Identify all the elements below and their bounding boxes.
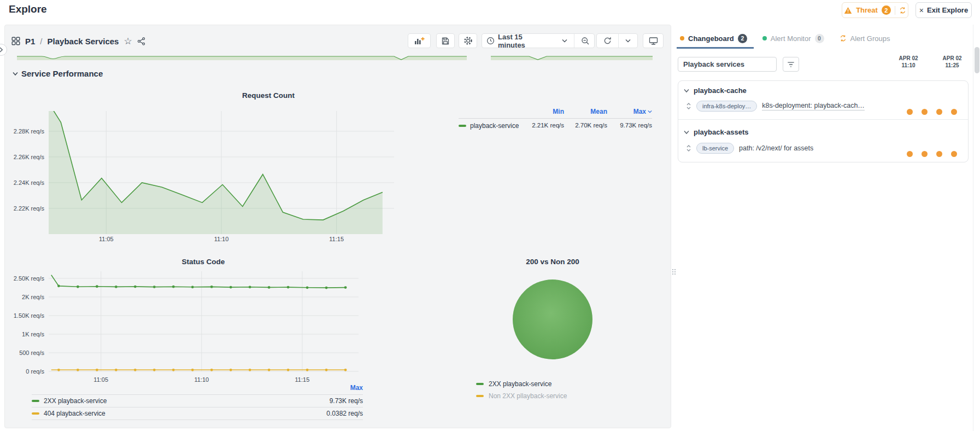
svg-text:2.24K req/s: 2.24K req/s	[14, 179, 45, 186]
legend-header-mean[interactable]: Mean	[564, 108, 607, 119]
group-playback-assets[interactable]: playback-assets	[684, 128, 748, 136]
series-swatch	[32, 412, 39, 415]
legend-row[interactable]: 2XX playback-service 9.73K req/s	[32, 394, 363, 407]
cutoff-chart-strip	[17, 55, 467, 60]
svg-text:1K req/s: 1K req/s	[22, 331, 44, 337]
svg-text:11:05: 11:05	[93, 376, 108, 383]
legend-min-value: 2.21K req/s	[525, 119, 564, 130]
legend-row[interactable]: 404 playback-service 0.0382 req/s	[32, 407, 363, 420]
chevron-right-icon	[0, 47, 3, 53]
search-input[interactable]	[678, 57, 777, 72]
svg-text:11:15: 11:15	[295, 376, 310, 383]
svg-text:500 req/s: 500 req/s	[19, 350, 44, 356]
share-icon[interactable]	[137, 37, 145, 45]
series-swatch	[476, 383, 484, 385]
status-code-chart[interactable]: 11:0511:1011:150 req/s500 req/s1K req/s1…	[5, 269, 377, 389]
legend-header-spacer	[459, 108, 525, 119]
legend-header-min[interactable]: Min	[525, 108, 564, 119]
legend-row[interactable]: 2XX playback-service	[476, 380, 567, 388]
add-chart-button[interactable]	[408, 33, 431, 48]
svg-text:2K req/s: 2K req/s	[22, 294, 44, 300]
time-column-header: APR 02 11:25	[937, 55, 967, 69]
svg-text:11:05: 11:05	[99, 236, 114, 242]
request-count-chart[interactable]: 11:0511:1011:152.22K req/s2.24K req/s2.2…	[5, 104, 420, 247]
change-description[interactable]: path: /v2/next/ for assets	[739, 144, 813, 152]
star-icon[interactable]: ☆	[124, 37, 132, 46]
legend-header-max[interactable]: Max	[607, 108, 652, 119]
alert-monitor-count-badge: 0	[815, 34, 824, 43]
tab-alert-monitor[interactable]: Alert Monitor 0	[761, 30, 825, 46]
pie-chart-title: 200 vs Non 200	[498, 258, 607, 266]
scrollbar[interactable]	[973, 25, 980, 431]
sync-icon[interactable]	[899, 7, 906, 14]
legend-series[interactable]: playback-service	[459, 119, 525, 130]
filter-button[interactable]	[783, 57, 799, 72]
tv-mode-button[interactable]	[643, 33, 664, 48]
refresh-icon[interactable]	[603, 37, 612, 45]
change-event-dots	[907, 151, 957, 157]
save-button[interactable]	[436, 33, 455, 48]
panel-resize-handle[interactable]	[672, 269, 677, 278]
tab-alert-groups[interactable]: Alert Groups	[838, 30, 891, 46]
side-panel: Changeboard 2 Alert Monitor 0 Alert Grou…	[677, 25, 973, 431]
changeboard-card: playback-cache infra-k8s-deploy… k8s-dep…	[678, 80, 969, 162]
exit-explore-button[interactable]: × Exit Explore	[916, 2, 972, 18]
refresh-split-button[interactable]	[596, 33, 638, 48]
svg-text:1.50K req/s: 1.50K req/s	[14, 312, 45, 319]
warning-icon	[844, 7, 852, 14]
board-code[interactable]: P1	[25, 37, 35, 46]
divider	[574, 34, 574, 48]
clock-icon	[486, 37, 495, 45]
green-dot-icon	[762, 36, 767, 40]
group-playback-cache[interactable]: playback-cache	[684, 86, 747, 95]
changeboard-count-badge: 2	[738, 34, 747, 43]
legend-row[interactable]: Non 2XX pllayback-service	[476, 392, 567, 400]
zoom-out-icon[interactable]	[581, 37, 590, 45]
threat-button[interactable]: Threat 2	[842, 2, 908, 18]
series-swatch	[32, 400, 39, 402]
change-tag-pill[interactable]: lb-service	[696, 143, 734, 154]
status-code-legend[interactable]: Max 2XX playback-service 9.73K req/s 404…	[32, 384, 363, 420]
threat-count-badge: 2	[882, 5, 891, 15]
svg-text:11:10: 11:10	[214, 236, 229, 242]
side-panel-tabs: Changeboard 2 Alert Monitor 0 Alert Grou…	[679, 30, 891, 46]
sync-icon	[840, 34, 847, 42]
time-range-picker[interactable]: Last 15 minutes	[482, 33, 595, 48]
grid-icon[interactable]	[11, 37, 20, 45]
series-swatch	[459, 125, 466, 127]
orange-dot-icon	[680, 36, 684, 40]
breadcrumb: P1 / Playback Services ☆	[11, 34, 145, 48]
filter-icon	[787, 61, 795, 68]
status-code-title: Status Code	[149, 258, 258, 266]
divider	[618, 34, 619, 48]
legend-max-value: 9.73K req/s	[607, 119, 652, 130]
request-count-legend[interactable]: Min Mean Max playback-service 2.21K req/…	[459, 108, 652, 130]
divider	[678, 119, 968, 120]
breadcrumb-separator: /	[40, 37, 42, 46]
board-name[interactable]: Playback Services	[48, 37, 119, 46]
change-tag-pill[interactable]: infra-k8s-deploy…	[696, 101, 757, 112]
scrollbar-thumb[interactable]	[975, 47, 979, 73]
chevron-down-icon	[684, 130, 689, 135]
pie-chart[interactable]	[512, 278, 594, 360]
dashboard-panel: P1 / Playback Services ☆ Last 15 minutes	[4, 25, 671, 428]
sort-updown-icon	[686, 145, 691, 152]
time-column-header: APR 02 11:10	[893, 55, 924, 69]
close-icon: ×	[919, 7, 924, 14]
request-count-title: Request Count	[197, 91, 339, 100]
legend-mean-value: 2.70K req/s	[564, 119, 607, 130]
legend-header-max[interactable]: Max	[32, 384, 363, 394]
chevron-down-icon[interactable]	[625, 39, 631, 43]
settings-gear-button[interactable]	[459, 33, 477, 48]
tab-changeboard[interactable]: Changeboard 2	[679, 30, 748, 46]
svg-text:2.22K req/s: 2.22K req/s	[14, 205, 45, 212]
svg-text:11:10: 11:10	[194, 376, 209, 383]
pie-legend: 2XX playback-service Non 2XX pllayback-s…	[476, 380, 567, 400]
svg-text:2.50K req/s: 2.50K req/s	[14, 275, 45, 282]
series-swatch	[476, 395, 484, 397]
change-description[interactable]: k8s-deployment: playback-cach…	[762, 102, 865, 110]
threat-label: Threat	[856, 6, 878, 14]
svg-text:2.26K req/s: 2.26K req/s	[14, 154, 45, 160]
exit-label: Exit Explore	[927, 6, 968, 14]
section-service-performance[interactable]: Service Performance	[13, 69, 103, 78]
